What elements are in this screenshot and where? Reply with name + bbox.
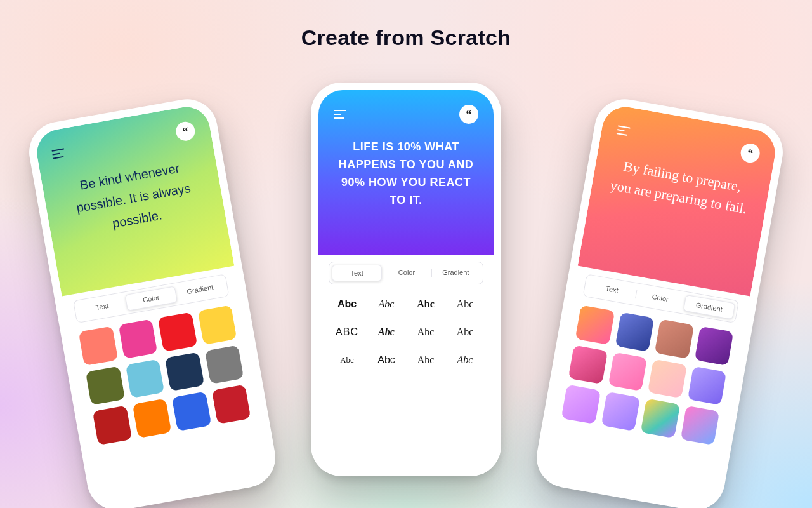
font-option[interactable]: Abc xyxy=(447,354,483,366)
menu-icon[interactable] xyxy=(51,148,65,159)
color-swatch[interactable] xyxy=(125,359,164,398)
font-option[interactable]: Abc xyxy=(407,354,444,366)
menu-icon[interactable] xyxy=(617,125,631,136)
quote-icon[interactable]: “ xyxy=(174,120,197,142)
font-option[interactable]: Abc xyxy=(329,354,365,366)
color-swatch[interactable] xyxy=(158,312,197,352)
color-swatch[interactable] xyxy=(211,385,251,424)
color-swatch[interactable] xyxy=(204,345,244,384)
menu-icon[interactable] xyxy=(334,110,346,119)
gradient-swatch[interactable] xyxy=(641,399,680,438)
tab-text[interactable]: Text xyxy=(77,295,128,319)
phone-screen: “ Be kind whenever possible. It is alway… xyxy=(33,104,271,507)
tab-bar: TextColorGradient xyxy=(329,262,483,284)
color-swatch[interactable] xyxy=(86,366,125,405)
phone-mockup-middle: “ LIFE IS 10% WHAT HAPPENS TO YOU AND 90… xyxy=(311,83,501,476)
page-title: Create from Scratch xyxy=(0,25,812,50)
quote-hero: “ By failing to prepare, you are prepari… xyxy=(578,104,779,297)
quote-hero: “ Be kind whenever possible. It is alway… xyxy=(33,104,234,297)
tab-gradient[interactable]: Gradient xyxy=(174,277,226,302)
quote-hero: “ LIFE IS 10% WHAT HAPPENS TO YOU AND 90… xyxy=(318,90,494,255)
phone-screen: “ By failing to prepare, you are prepari… xyxy=(540,104,778,507)
tab-text[interactable]: Text xyxy=(332,265,382,281)
tab-color[interactable]: Color xyxy=(382,265,431,281)
font-option[interactable]: Abc xyxy=(368,354,405,366)
color-swatch[interactable] xyxy=(118,319,157,359)
font-option[interactable]: Abc xyxy=(447,326,483,338)
color-grid xyxy=(79,305,251,444)
gradient-grid xyxy=(561,305,734,444)
gradient-swatch[interactable] xyxy=(655,319,694,359)
gradient-swatch[interactable] xyxy=(648,359,687,398)
font-option[interactable]: Abc xyxy=(368,298,405,310)
font-grid: AbcAbcAbcAbcABCAbcAbcAbcAbcAbcAbcAbc xyxy=(329,293,483,366)
gradient-swatch[interactable] xyxy=(694,326,733,366)
tab-color[interactable]: Color xyxy=(125,286,178,311)
font-option[interactable]: Abc xyxy=(447,298,483,310)
quote-icon[interactable]: “ xyxy=(739,142,761,164)
font-option[interactable]: Abc xyxy=(407,298,444,310)
quote-text: Be kind whenever possible. It is always … xyxy=(56,154,210,243)
editor-sheet: TextColorGradient xyxy=(540,255,752,507)
color-swatch[interactable] xyxy=(79,326,118,366)
phone-screen: “ LIFE IS 10% WHAT HAPPENS TO YOU AND 90… xyxy=(318,90,494,469)
phone-mockup-left: “ Be kind whenever possible. It is alway… xyxy=(24,95,280,508)
tab-text[interactable]: Text xyxy=(586,277,638,302)
color-swatch[interactable] xyxy=(165,352,204,391)
gradient-swatch[interactable] xyxy=(561,385,601,424)
gradient-swatch[interactable] xyxy=(680,406,719,445)
color-swatch[interactable] xyxy=(132,399,171,438)
quote-icon[interactable]: “ xyxy=(459,105,478,124)
editor-sheet: TextColorGradient AbcAbcAbcAbcABCAbcAbcA… xyxy=(318,244,494,469)
color-swatch[interactable] xyxy=(172,392,211,431)
editor-sheet: TextColorGradient xyxy=(60,255,271,507)
tab-gradient[interactable]: Gradient xyxy=(431,265,480,281)
font-option[interactable]: Abc xyxy=(407,326,444,338)
tab-color[interactable]: Color xyxy=(634,286,686,311)
color-swatch[interactable] xyxy=(197,305,237,344)
quote-text: LIFE IS 10% WHAT HAPPENS TO YOU AND 90% … xyxy=(334,138,478,210)
gradient-swatch[interactable] xyxy=(568,345,608,384)
tab-gradient[interactable]: Gradient xyxy=(683,295,736,319)
gradient-swatch[interactable] xyxy=(687,366,726,405)
gradient-swatch[interactable] xyxy=(615,312,654,352)
phone-mockup-right: “ By failing to prepare, you are prepari… xyxy=(532,95,787,508)
gradient-swatch[interactable] xyxy=(608,352,647,391)
marketing-stage: Create from Scratch “ Be kind whenever p… xyxy=(0,0,812,508)
font-option[interactable]: ABC xyxy=(329,326,365,338)
gradient-swatch[interactable] xyxy=(601,392,640,431)
color-swatch[interactable] xyxy=(93,406,132,445)
quote-text: By failing to prepare, you are preparing… xyxy=(606,154,756,220)
font-option[interactable]: Abc xyxy=(329,298,365,310)
gradient-swatch[interactable] xyxy=(575,305,615,344)
font-option[interactable]: Abc xyxy=(368,326,405,338)
